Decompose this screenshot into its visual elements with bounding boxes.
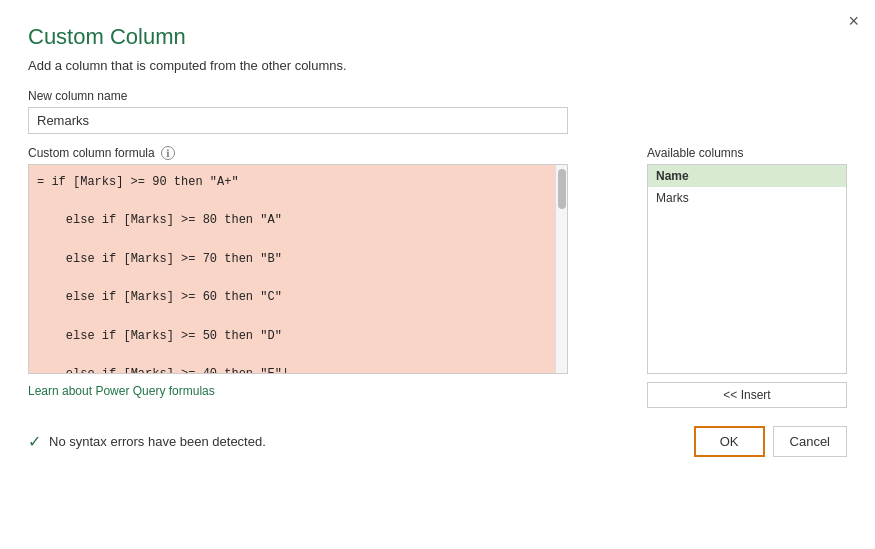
right-panel: Available columns Name Marks << Insert [647, 146, 847, 408]
formula-wrapper: = if [Marks] >= 90 then "A+" else if [Ma… [28, 164, 568, 374]
scrollbar-thumb [558, 169, 566, 209]
info-icon[interactable]: ℹ [161, 146, 175, 160]
status-text: No syntax errors have been detected. [49, 434, 266, 449]
column-name-label: New column name [28, 89, 847, 103]
main-layout: Custom column formula ℹ = if [Marks] >= … [28, 146, 847, 408]
status-row: ✓ No syntax errors have been detected. [28, 432, 266, 451]
button-row: OK Cancel [694, 426, 847, 457]
cancel-button[interactable]: Cancel [773, 426, 847, 457]
available-columns-list: Name Marks [647, 164, 847, 374]
status-checkmark: ✓ [28, 432, 41, 451]
insert-button[interactable]: << Insert [647, 382, 847, 408]
dialog-subtitle: Add a column that is computed from the o… [28, 58, 847, 73]
formula-label-row: Custom column formula ℹ [28, 146, 631, 160]
available-columns-item-marks[interactable]: Marks [648, 187, 846, 209]
formula-label: Custom column formula [28, 146, 155, 160]
learn-link[interactable]: Learn about Power Query formulas [28, 384, 631, 398]
dialog-title: Custom Column [28, 24, 847, 50]
available-columns-label: Available columns [647, 146, 847, 160]
available-columns-header[interactable]: Name [648, 165, 846, 187]
ok-button[interactable]: OK [694, 426, 765, 457]
column-name-input[interactable] [28, 107, 568, 134]
formula-scrollbar[interactable] [555, 165, 567, 373]
close-button[interactable]: × [848, 12, 859, 30]
custom-column-dialog: × Custom Column Add a column that is com… [0, 0, 875, 549]
formula-editor[interactable]: = if [Marks] >= 90 then "A+" else if [Ma… [29, 165, 555, 373]
left-panel: Custom column formula ℹ = if [Marks] >= … [28, 146, 631, 398]
footer: ✓ No syntax errors have been detected. O… [28, 426, 847, 457]
